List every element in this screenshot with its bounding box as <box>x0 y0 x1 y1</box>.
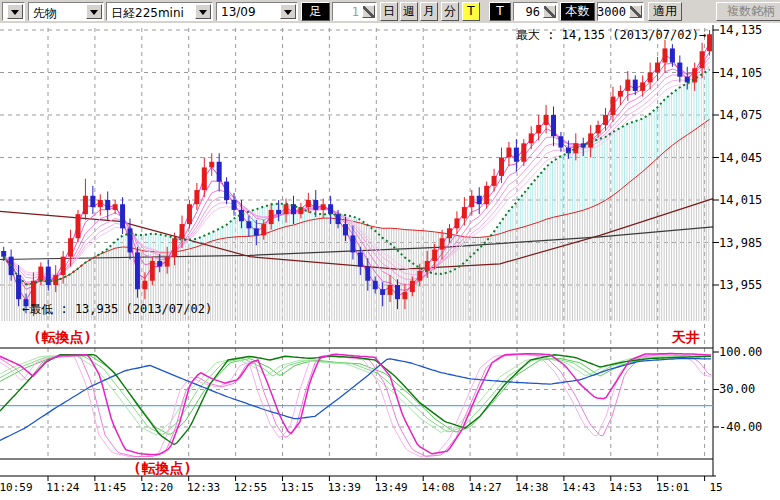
min-price-annotation: ←最低 : 13,935 (2013/07/02) <box>22 301 212 318</box>
market-dropdown-value: 先物 <box>33 5 57 22</box>
max-price-annotation: 最大 : 14,135 (2013/07/02)→ <box>516 27 706 44</box>
time-axis-label: 14:53 <box>606 481 646 494</box>
bar-count-input[interactable]: 3000 <box>597 2 644 21</box>
time-axis-label: 13:15 <box>277 481 317 494</box>
period-day-button[interactable]: 日 <box>380 2 398 21</box>
market-dropdown[interactable]: 先物 <box>28 2 104 21</box>
tick-label-button[interactable]: T <box>489 2 511 21</box>
time-axis-label: 15:01 <box>653 481 693 494</box>
time-axis-label: 14:43 <box>559 481 599 494</box>
time-axis-label: 15 <box>696 481 736 494</box>
bar-count-label: 本数 <box>560 2 595 21</box>
interval-value: 1 <box>352 5 359 19</box>
chevron-down-icon[interactable] <box>195 4 211 19</box>
tenkan-top-annotation: (転換点) <box>33 329 92 347</box>
time-axis-label: 12:55 <box>231 481 271 494</box>
price-axis-label: 13,955 <box>719 278 762 292</box>
spinner-icon[interactable] <box>543 5 556 18</box>
time-axis-label: 13:39 <box>324 481 364 494</box>
spinner-icon[interactable] <box>629 5 642 18</box>
chevron-down-icon[interactable] <box>280 4 296 19</box>
multi-symbol-button[interactable]: 複数銘柄 <box>716 2 780 21</box>
ashi-button[interactable]: 足 <box>301 2 330 21</box>
time-axis-label: 13:49 <box>371 481 411 494</box>
price-axis-label: 14,075 <box>719 108 762 122</box>
blank-dropdown[interactable] <box>2 2 25 21</box>
toolbar: 先物 日経225mini 13/09 足 1 日 週 月 分 T T 96 本数… <box>0 0 780 23</box>
period-minute-button[interactable]: 分 <box>441 2 459 21</box>
ceiling-annotation: 天井 <box>672 329 700 347</box>
period-month-button[interactable]: 月 <box>420 2 438 21</box>
time-axis-label: 14:38 <box>512 481 552 494</box>
period-week-button[interactable]: 週 <box>400 2 418 21</box>
symbol-dropdown-value: 日経225mini <box>111 5 184 22</box>
oscillator-axis-label: -40.00 <box>719 420 762 434</box>
time-axis-label: 11:45 <box>90 481 130 494</box>
price-axis-label: 13,985 <box>719 236 762 250</box>
tick-count-input[interactable]: 96 <box>513 2 558 21</box>
tenkan-bottom-annotation: (転換点) <box>133 460 192 478</box>
oscillator-axis-label: 30.00 <box>719 382 755 396</box>
bar-count-value: 3000 <box>597 5 626 19</box>
chart-application-window: 先物 日経225mini 13/09 足 1 日 週 月 分 T T 96 本数… <box>0 0 780 500</box>
apply-button[interactable]: 適用 <box>648 2 682 21</box>
chevron-down-icon[interactable] <box>86 4 102 19</box>
time-axis-label: 14:27 <box>465 481 505 494</box>
price-axis-label: 14,135 <box>719 23 762 37</box>
period-tick-button[interactable]: T <box>462 2 480 21</box>
time-axis-label: 10:59 <box>0 481 36 494</box>
symbol-dropdown[interactable]: 日経225mini <box>106 2 213 21</box>
price-axis-label: 14,015 <box>719 193 762 207</box>
price-axis-label: 14,105 <box>719 66 762 80</box>
time-axis-label: 12:33 <box>184 481 224 494</box>
chart-canvas <box>0 0 780 500</box>
spinner-icon[interactable] <box>362 5 375 18</box>
time-axis-label: 12:20 <box>137 481 177 494</box>
oscillator-axis-label: 100.00 <box>719 345 762 359</box>
chevron-down-icon[interactable] <box>7 4 23 19</box>
time-axis-label: 11:24 <box>43 481 83 494</box>
tick-count-value: 96 <box>526 5 540 19</box>
contract-month-value: 13/09 <box>221 5 256 19</box>
contract-month-dropdown[interactable]: 13/09 <box>216 2 298 21</box>
interval-input[interactable]: 1 <box>332 2 377 21</box>
price-axis-label: 14,045 <box>719 151 762 165</box>
time-axis-label: 14:08 <box>418 481 458 494</box>
